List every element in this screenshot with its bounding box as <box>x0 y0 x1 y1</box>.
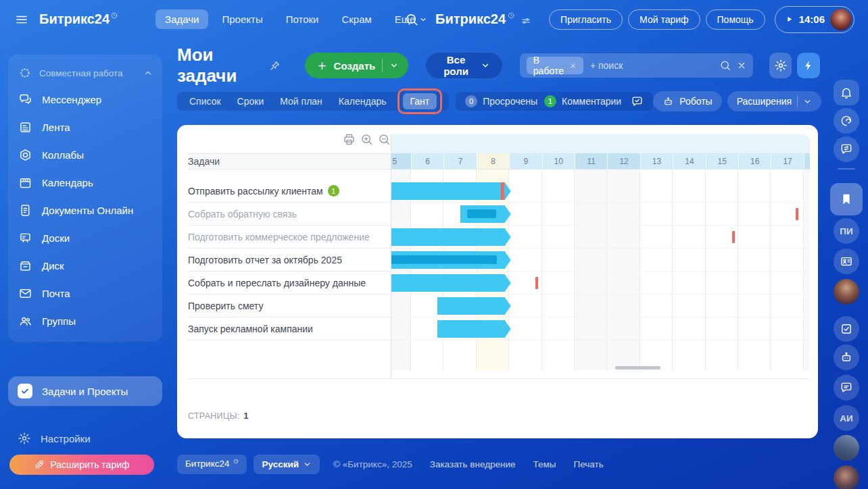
chevron-down-icon[interactable] <box>803 97 812 106</box>
task-row[interactable]: Отправить рассылку клиентам1 <box>188 180 391 203</box>
deadline-marker[interactable] <box>796 208 798 220</box>
create-label: Создать <box>334 60 376 72</box>
task-row[interactable]: Подготовить коммерческое предложение <box>188 226 391 249</box>
roles-filter-button[interactable]: Все роли <box>426 53 502 78</box>
gantt-column-divider <box>391 134 391 378</box>
nav-label: Задачи <box>165 14 199 25</box>
chat-avatar-ai[interactable]: АИ <box>834 405 859 431</box>
deadline-marker[interactable] <box>535 277 538 289</box>
counter-comments[interactable]: 1Комментарии <box>544 95 621 107</box>
sidebar-item-groups[interactable]: Группы <box>8 307 162 335</box>
close-icon[interactable] <box>569 62 577 70</box>
tab-calendar[interactable]: Календарь <box>339 96 387 107</box>
chevron-down-icon[interactable] <box>389 61 399 70</box>
sidebar-item-collabs[interactable]: Коллабы <box>8 141 162 169</box>
topbar-right: Битрикс24 ПригласитьМой тарифПомощь 14:0… <box>404 0 868 38</box>
automation-button[interactable] <box>797 53 820 78</box>
sidebar-item-mail[interactable]: Почта <box>8 280 162 307</box>
footer-link-implementation[interactable]: Заказать внедрение <box>430 459 516 469</box>
sidebar-item-settings[interactable]: Настройки <box>8 425 162 452</box>
chat-avatar-photo-2[interactable] <box>834 435 859 461</box>
sidebar-item-disk[interactable]: Диск <box>8 252 162 280</box>
zoom-out-icon[interactable] <box>377 132 391 147</box>
zoom-in-icon[interactable] <box>360 132 374 147</box>
help-button[interactable]: Помощь <box>706 9 765 30</box>
notifications-button[interactable] <box>834 80 859 105</box>
boards-icon <box>18 231 32 245</box>
user-avatar[interactable] <box>830 9 852 30</box>
task-name: Запуск рекламной кампании <box>188 324 313 334</box>
topnav-scrum[interactable]: Скрам <box>332 9 381 29</box>
sidebar-item-tasks-projects[interactable]: Задачи и Проекты <box>8 376 162 406</box>
timer-widget[interactable]: 14:06 <box>775 6 854 33</box>
view-settings-button[interactable] <box>769 53 792 78</box>
contacts-chat-button[interactable] <box>834 249 859 274</box>
gantt-bar[interactable] <box>391 228 511 246</box>
bookmarks-button[interactable] <box>830 183 863 215</box>
robots-button[interactable]: Роботы <box>653 91 721 111</box>
group-chat-button[interactable] <box>834 375 859 401</box>
tab-deadlines[interactable]: Сроки <box>237 96 264 107</box>
task-row[interactable]: Подготовить отчет за октябрь 2025 <box>188 249 391 272</box>
search-icon[interactable] <box>404 12 419 27</box>
close-icon[interactable] <box>737 61 746 70</box>
chat-avatar-photo-3[interactable] <box>834 465 859 489</box>
copilot-button[interactable] <box>834 108 859 134</box>
create-button[interactable]: Создать <box>305 53 409 78</box>
chat-avatar-pi[interactable]: ПИ <box>834 218 859 244</box>
invite-button[interactable]: Пригласить <box>549 9 623 30</box>
task-row[interactable]: Собрать обратную связь <box>188 203 391 226</box>
footer-link-print[interactable]: Печать <box>574 459 604 469</box>
topnav-flows[interactable]: Потоки <box>276 9 329 29</box>
print-icon[interactable] <box>342 132 356 147</box>
robots-label: Роботы <box>679 96 712 107</box>
tab-gantt[interactable]: Гант <box>403 93 437 109</box>
task-row[interactable]: Запуск рекламной кампании <box>188 317 391 340</box>
gantt-bar[interactable] <box>460 205 511 223</box>
filter-chip-in-progress[interactable]: В работе <box>527 57 583 74</box>
task-name: Отправить рассылку клиентам <box>188 186 323 197</box>
language-selector[interactable]: Русский <box>254 455 320 474</box>
task-row[interactable]: Проверить смету <box>188 294 391 317</box>
sidebar-item-documents[interactable]: Документы Онлайн <box>8 197 162 224</box>
sidebar-item-boards[interactable]: Доски <box>8 224 162 252</box>
sidebar-item-calendar[interactable]: Календарь <box>8 169 162 197</box>
gantt-bar[interactable] <box>437 320 511 338</box>
search-icon[interactable] <box>719 59 731 72</box>
topnav-projects[interactable]: Проекты <box>212 9 272 29</box>
footer-link-themes[interactable]: Темы <box>533 459 556 469</box>
gantt-bar[interactable] <box>391 274 511 292</box>
gantt-bar[interactable] <box>437 297 511 315</box>
chat-avatar-photo-1[interactable] <box>834 279 859 305</box>
sidebar-item-feed[interactable]: Лента <box>8 113 162 141</box>
day-header-cell: 11 <box>575 153 607 170</box>
chat-check-icon[interactable] <box>631 95 644 108</box>
extensions-button[interactable]: Расширения <box>727 91 821 111</box>
tab-list[interactable]: Список <box>189 96 221 107</box>
topbar: Битрикс24 ЗадачиПроектыПотокиСкрамЕще Би… <box>0 0 868 38</box>
pin-icon[interactable] <box>269 60 281 72</box>
menu-icon[interactable] <box>15 13 28 26</box>
search-input[interactable] <box>589 59 714 72</box>
sidebar-group-collaboration[interactable]: Совместная работа <box>8 59 162 86</box>
gantt-bar[interactable] <box>391 182 511 200</box>
deadline-marker[interactable] <box>732 231 735 243</box>
footer-brand-button[interactable]: Битрикс24 <box>177 455 247 474</box>
gantt-bar[interactable] <box>391 251 511 269</box>
upgrade-tariff-button[interactable]: Расширить тариф <box>9 455 154 475</box>
sidebar-item-messenger[interactable]: Мессенджер <box>8 86 162 113</box>
horizontal-scrollbar-thumb[interactable] <box>615 366 660 369</box>
my-tariff-button[interactable]: Мой тариф <box>628 9 700 30</box>
task-row[interactable]: Собрать и переслать дизайнеру данные <box>188 272 391 294</box>
tasks-chat-button[interactable] <box>834 316 859 342</box>
page-number[interactable]: 1 <box>244 411 249 421</box>
tab-my-plan[interactable]: Мой план <box>280 96 322 107</box>
bot-chat-button[interactable] <box>834 344 859 370</box>
sidebar-group-card: Совместная работа МессенджерЛентаКоллабы… <box>8 55 162 342</box>
search-filter-field[interactable]: В работе <box>520 53 753 78</box>
counter-overdue[interactable]: 0Просрочены <box>465 95 537 107</box>
sliders-icon[interactable] <box>521 16 531 26</box>
chat-transfer-button[interactable] <box>834 136 859 162</box>
topnav-tasks[interactable]: Задачи <box>155 9 208 29</box>
app-logo[interactable]: Битрикс24 <box>39 11 118 27</box>
